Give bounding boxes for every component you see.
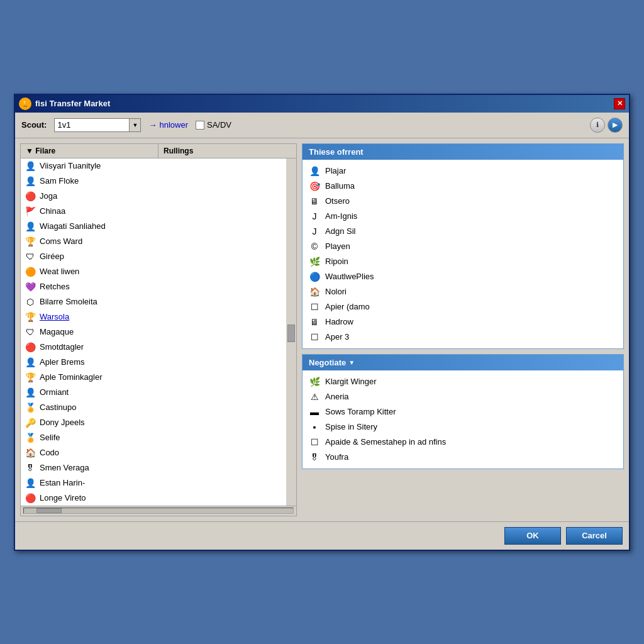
negotiate-item[interactable]: ☐Apaide & Semestahep in ad nfins xyxy=(309,435,617,450)
offer-item[interactable]: ☐Apier (damo xyxy=(309,299,617,314)
offer-name: Am-Ignis xyxy=(325,211,357,221)
player-row[interactable]: 🏅Castinupo xyxy=(21,400,286,415)
scout-select: ▼ xyxy=(54,118,141,132)
scout-dropdown-btn[interactable]: ▼ xyxy=(130,118,141,132)
player-row[interactable]: 👤Apler Brems xyxy=(21,355,286,370)
player-name: Selife xyxy=(40,433,282,442)
player-name: Sam Floke xyxy=(40,176,282,186)
player-row[interactable]: ⬡Bilarre Smoleita xyxy=(21,294,286,309)
offer-icon: 🎯 xyxy=(309,180,320,192)
offer-item[interactable]: 👤Plajar xyxy=(309,164,617,179)
toolbar-right: ℹ ▶ xyxy=(590,118,623,133)
hscroll-track xyxy=(23,508,294,514)
arrow-icon: → xyxy=(148,120,157,130)
player-row[interactable]: 🏆Coms Ward xyxy=(21,234,286,249)
title-bar: 🏆 fisi Transfer Market ✕ xyxy=(15,95,629,113)
col-filare-header[interactable]: ▼ Filare xyxy=(21,144,158,158)
negotiate-item[interactable]: ▪Spise in Sitery xyxy=(309,419,617,435)
negotiate-name: Sows Toramp Kitter xyxy=(325,407,396,416)
right-panel: Thiese ofrrent 👤Plajar🎯Balluma🖥OtseroJAm… xyxy=(302,143,624,516)
cancel-button[interactable]: Carcel xyxy=(566,527,623,545)
player-row[interactable]: 🛡Giréep xyxy=(21,249,286,264)
player-row[interactable]: 🔴Smotdtagler xyxy=(21,340,286,355)
col-rullings-header[interactable]: Rullings xyxy=(158,144,296,158)
sadv-section: SA/DV xyxy=(196,120,231,130)
offer-name: Aper 3 xyxy=(325,332,349,341)
sadv-checkbox[interactable] xyxy=(196,121,204,130)
player-name: Giréep xyxy=(40,252,282,261)
player-row[interactable]: 👤Estan Harin- xyxy=(21,475,286,491)
offer-item[interactable]: ☐Aper 3 xyxy=(309,330,617,345)
player-icon: 🏠 xyxy=(25,447,36,458)
player-row[interactable]: 👤Wiagati Sanliahed xyxy=(21,219,286,234)
negotiate-item[interactable]: ⚠Aneria xyxy=(309,389,617,404)
negotiate-icon: 🎖 xyxy=(309,452,320,463)
negotiate-icon: 🌿 xyxy=(309,376,320,387)
player-name: Codo xyxy=(40,448,282,457)
offer-icon: 🔵 xyxy=(309,271,320,282)
app-icon: 🏆 xyxy=(19,97,31,110)
player-row[interactable]: 🛡Magaque xyxy=(21,325,286,340)
offer-item[interactable]: ©Playen xyxy=(309,239,617,254)
offer-item[interactable]: 🖥Hadrow xyxy=(309,314,617,330)
offer-name: Otsero xyxy=(325,196,350,206)
player-name: Wiagati Sanliahed xyxy=(40,221,282,231)
negotiate-panel: Negotiate ▼ 🌿Klargit Winger⚠Aneria▬Sows … xyxy=(302,354,624,469)
player-row[interactable]: 🏠Codo xyxy=(21,445,286,460)
go-button[interactable]: ▶ xyxy=(608,118,623,133)
player-row[interactable]: 🟠Weat liwen xyxy=(21,264,286,279)
bottom-bar: OK Carcel xyxy=(15,521,629,550)
hnlower-arrow[interactable]: → hnlower xyxy=(148,120,188,130)
list-header: ▼ Filare Rullings xyxy=(21,144,296,158)
negotiate-dropdown-icon[interactable]: ▼ xyxy=(348,359,355,366)
player-row[interactable]: 👤Sam Floke xyxy=(21,174,286,189)
info-button[interactable]: ℹ xyxy=(590,118,605,133)
scout-input[interactable] xyxy=(54,118,130,132)
player-row[interactable]: 🎖Smen Veraga xyxy=(21,460,286,475)
player-name: Retches xyxy=(40,282,282,291)
offer-item[interactable]: 🎯Balluma xyxy=(309,179,617,194)
horizontal-scrollbar[interactable] xyxy=(21,506,296,516)
negotiate-item[interactable]: 🌿Klargit Winger xyxy=(309,374,617,389)
offer-icon: ☐ xyxy=(309,301,320,313)
offer-item[interactable]: 🌿Ripoin xyxy=(309,254,617,269)
player-row[interactable]: 👤Viisyari Tuanityle xyxy=(21,158,286,174)
offer-item[interactable]: 🔵WautlwePlies xyxy=(309,269,617,284)
offer-name: Balluma xyxy=(325,181,355,191)
vertical-scrollbar[interactable] xyxy=(286,158,296,506)
these-offers-body: 👤Plajar🎯Balluma🖥OtseroJAm-IgnisJAdgn Sil… xyxy=(303,160,623,348)
negotiate-item[interactable]: ▬Sows Toramp Kitter xyxy=(309,404,617,419)
offer-item[interactable]: JAdgn Sil xyxy=(309,224,617,239)
sadv-label: SA/DV xyxy=(207,120,231,130)
offer-item[interactable]: 🖥Otsero xyxy=(309,194,617,209)
left-panel: ▼ Filare Rullings 👤Viisyari Tuanityle👤Sa… xyxy=(20,143,297,516)
hnlower-label: hnlower xyxy=(159,120,188,130)
offer-item[interactable]: 🏠Nolori xyxy=(309,284,617,299)
player-row[interactable]: 🔴Longe Vireto xyxy=(21,491,286,506)
player-row[interactable]: 👤Ormiant xyxy=(21,385,286,400)
player-row[interactable]: 💜Retches xyxy=(21,279,286,294)
hscroll-thumb xyxy=(36,508,62,513)
offer-name: Apier (damo xyxy=(325,302,370,311)
player-name: Magaque xyxy=(40,327,282,336)
player-row[interactable]: 🏅Selife xyxy=(21,430,286,445)
player-name: Dony Jpeels xyxy=(40,418,282,427)
player-icon: 🏆 xyxy=(25,311,36,323)
player-row[interactable]: 🚩Chinaa xyxy=(21,204,286,219)
player-name: Warsola xyxy=(40,312,282,321)
negotiate-name: Klargit Winger xyxy=(325,377,377,386)
offer-icon: J xyxy=(309,211,320,222)
player-row[interactable]: 🔴Joga xyxy=(21,189,286,204)
player-name: Apler Brems xyxy=(40,357,282,367)
player-row[interactable]: 🏆Aple Tominkagler xyxy=(21,370,286,385)
negotiate-icon: ⚠ xyxy=(309,391,320,402)
player-name: Viisyari Tuanityle xyxy=(40,161,282,170)
offer-item[interactable]: JAm-Ignis xyxy=(309,209,617,224)
player-row[interactable]: 🔑Dony Jpeels xyxy=(21,415,286,430)
negotiate-icon: ▬ xyxy=(309,406,320,418)
player-row[interactable]: 🏆Warsola xyxy=(21,309,286,325)
offer-icon: 🏠 xyxy=(309,286,320,297)
ok-button[interactable]: OK xyxy=(504,527,561,545)
negotiate-item[interactable]: 🎖Youfra xyxy=(309,450,617,465)
close-button[interactable]: ✕ xyxy=(614,98,625,109)
